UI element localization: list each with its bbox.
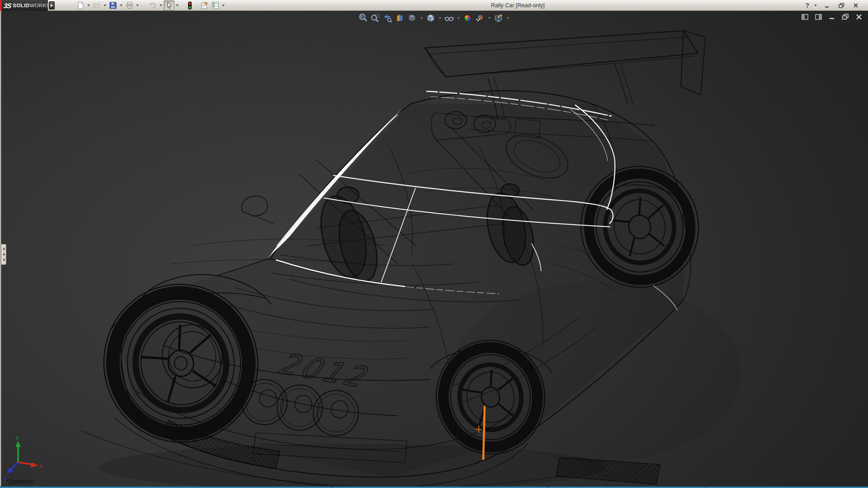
section-view-button[interactable] xyxy=(395,13,406,23)
display-style-icon xyxy=(426,14,435,23)
restore-icon xyxy=(838,2,845,9)
title-bar: 3S SOLIDWORKS xyxy=(0,0,868,11)
save-button[interactable] xyxy=(108,0,118,10)
chevron-left-icon xyxy=(3,258,5,261)
orientation-triad: Y X Z xyxy=(3,436,42,481)
options-icon xyxy=(211,1,220,9)
view-orientation-dropdown[interactable] xyxy=(419,13,424,23)
right-pane-toggle-icon xyxy=(815,14,822,20)
solidworks-logo-glyph: 3S xyxy=(3,2,12,9)
view-orientation-icon xyxy=(408,14,417,23)
svg-text:Y: Y xyxy=(15,436,19,441)
undo-icon xyxy=(148,1,157,9)
open-document-dropdown[interactable] xyxy=(102,0,108,10)
help-button[interactable]: ? xyxy=(804,2,810,9)
doc-restore-button[interactable] xyxy=(841,13,850,21)
main-toolbar xyxy=(75,0,226,11)
undo-dropdown[interactable] xyxy=(158,0,164,10)
options-dropdown[interactable] xyxy=(221,0,226,10)
select-cursor-icon xyxy=(165,1,173,9)
select-tool-dropdown[interactable] xyxy=(175,0,180,10)
view-orientation-button[interactable] xyxy=(407,13,418,23)
zoom-to-fit-button[interactable] xyxy=(358,13,369,23)
file-properties-button[interactable] xyxy=(199,0,210,10)
brand-name-light: WORKS xyxy=(30,3,50,8)
svg-text:X: X xyxy=(38,464,42,469)
brand-red-stripe xyxy=(0,0,2,11)
print-button[interactable] xyxy=(124,0,135,10)
chevron-left-icon xyxy=(3,253,5,256)
left-pane-toggle-button[interactable] xyxy=(800,13,809,21)
previous-view-button[interactable] xyxy=(382,13,393,23)
collapsed-panel-tab[interactable] xyxy=(1,244,6,265)
doc-minimize-button[interactable] xyxy=(827,13,836,21)
new-document-button[interactable] xyxy=(75,0,86,10)
open-document-icon xyxy=(93,1,101,9)
window-title: Rally Car [Read-only] xyxy=(491,2,545,9)
apply-scene-button[interactable] xyxy=(475,13,486,23)
display-style-button[interactable] xyxy=(425,13,436,23)
app-restore-button[interactable] xyxy=(835,1,847,10)
view-settings-icon xyxy=(494,14,503,23)
model-viewport-canvas[interactable]: 2012 xyxy=(0,11,868,486)
view-settings-button[interactable] xyxy=(493,13,504,23)
apply-scene-dropdown[interactable] xyxy=(487,13,492,23)
zoom-to-fit-icon xyxy=(359,14,368,23)
minimize-icon xyxy=(824,2,830,9)
app-minimize-button[interactable] xyxy=(821,1,833,10)
options-button[interactable] xyxy=(210,0,221,10)
rebuild-button[interactable] xyxy=(184,0,195,10)
previous-view-icon xyxy=(383,14,392,23)
rebuild-traffic-light-icon xyxy=(187,1,193,10)
display-style-dropdown[interactable] xyxy=(438,13,443,23)
new-document-dropdown[interactable] xyxy=(86,0,91,10)
minimize-window-icon xyxy=(829,14,835,20)
help-dropdown[interactable] xyxy=(813,0,818,10)
select-tool-button[interactable] xyxy=(164,0,175,10)
file-properties-icon xyxy=(200,1,209,9)
undo-button[interactable] xyxy=(147,0,158,10)
open-document-button[interactable] xyxy=(91,0,102,10)
restore-window-icon xyxy=(842,14,849,20)
zoom-to-area-button[interactable] xyxy=(370,13,381,23)
save-dropdown[interactable] xyxy=(118,0,124,10)
rally-car-wireframe: 2012 xyxy=(3,31,741,486)
left-pane-toggle-icon xyxy=(802,14,808,20)
solidworks-logo: 3S SOLIDWORKS xyxy=(0,0,48,11)
close-window-icon xyxy=(856,14,862,20)
right-pane-toggle-button[interactable] xyxy=(814,13,823,21)
document-window-controls xyxy=(800,13,863,21)
hide-show-items-icon xyxy=(444,14,454,23)
edit-appearance-button[interactable] xyxy=(462,13,473,23)
brand-name-bold: SOLID xyxy=(13,3,29,8)
view-settings-dropdown[interactable] xyxy=(505,13,510,23)
headsup-view-toolbar xyxy=(358,13,510,23)
app-close-button[interactable] xyxy=(850,1,862,10)
view-orientation-label: *Dimetric xyxy=(6,478,34,485)
title-bar-controls: ? xyxy=(804,0,862,11)
graphics-viewport[interactable]: 2012 xyxy=(0,11,868,486)
section-view-icon xyxy=(396,14,405,23)
save-icon xyxy=(109,1,117,9)
chevron-left-icon xyxy=(3,248,5,250)
hide-show-items-button[interactable] xyxy=(444,13,455,23)
menu-flyout-arrow-icon[interactable] xyxy=(49,1,55,9)
hide-show-items-dropdown[interactable] xyxy=(456,13,461,23)
taskbar-top-edge xyxy=(0,486,868,488)
new-document-icon xyxy=(76,1,85,9)
print-icon xyxy=(125,1,134,9)
doc-close-button[interactable] xyxy=(854,13,863,21)
zoom-to-area-icon xyxy=(371,14,380,23)
edit-appearance-icon xyxy=(463,14,472,23)
print-dropdown[interactable] xyxy=(135,0,140,10)
close-icon xyxy=(853,2,859,9)
apply-scene-icon xyxy=(476,14,485,23)
